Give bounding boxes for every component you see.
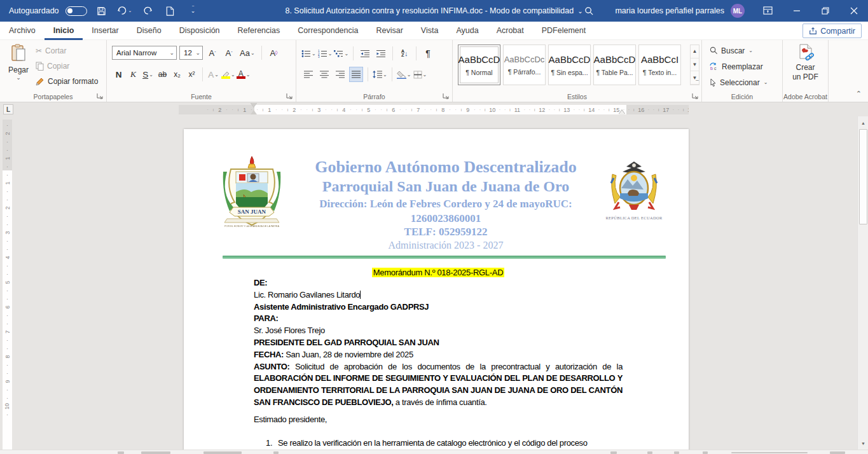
clear-formatting-button[interactable]: A◊ xyxy=(267,46,281,60)
align-right-button[interactable] xyxy=(333,67,347,82)
increase-indent-button[interactable] xyxy=(374,46,388,61)
numbered-list-button[interactable]: 123⌄ xyxy=(318,46,333,61)
scrollbar-thumb[interactable] xyxy=(859,129,867,224)
first-line-indent-marker[interactable] xyxy=(251,103,257,107)
copy-button[interactable]: Copiar xyxy=(36,60,98,72)
customize-qat-icon[interactable]: ⌄‾ xyxy=(185,3,202,19)
tab-vista[interactable]: Vista xyxy=(412,22,448,40)
format-painter-button[interactable]: Copiar formato xyxy=(36,76,98,87)
copy-icon xyxy=(36,62,44,71)
font-dialog-launcher[interactable] xyxy=(286,93,293,100)
tab-disposición[interactable]: Disposición xyxy=(170,22,229,40)
tab-diseño[interactable]: Diseño xyxy=(128,22,170,40)
style-card-1[interactable]: AaBbCcDc¶ Párrafo... xyxy=(503,45,546,85)
style-card-2[interactable]: AaBbCcD¶ Sin espa... xyxy=(548,45,591,85)
strikethrough-button[interactable]: ab xyxy=(156,67,169,82)
show-paragraph-marks-button[interactable]: ¶ xyxy=(421,46,435,61)
user-name[interactable]: maria lourdes peñafiel parrales xyxy=(615,6,724,15)
tab-ayuda[interactable]: Ayuda xyxy=(447,22,487,40)
justify-button[interactable] xyxy=(349,67,363,82)
font-name-combobox[interactable]: Arial Narrow⌄ xyxy=(112,46,177,60)
style-card-3[interactable]: AaBbCcD¶ Table Pa... xyxy=(593,45,636,85)
font-size-combobox[interactable]: 12⌄ xyxy=(179,46,203,60)
format-painter-icon xyxy=(36,77,45,86)
memo-body[interactable]: DE: Lic. Romario Gavilanes Litardo Asist… xyxy=(254,277,623,449)
tab-correspondencia[interactable]: Correspondencia xyxy=(289,22,367,40)
replace-button[interactable]: bc Reemplazar xyxy=(710,61,768,72)
undo-icon[interactable]: ⌄ xyxy=(116,3,133,19)
subscript-button[interactable]: x₂ xyxy=(170,67,184,82)
org-administration: Administración 2023 - 2027 xyxy=(289,240,602,251)
status-bar[interactable] xyxy=(0,450,868,454)
asunto-paragraph: ASUNTO: Solicitud de aprobación de los d… xyxy=(254,361,623,409)
tab-referencias[interactable]: Referencias xyxy=(229,22,289,40)
ecuador-coat-of-arms xyxy=(610,160,658,214)
group-paragraph: ⌄ 123⌄ ⌄ AZ↓ ¶ xyxy=(296,40,453,102)
document-page[interactable]: SAN JUAN POR EL HONOR Y LA GRANDEZA DE L… xyxy=(184,129,689,450)
tab-inicio[interactable]: Inicio xyxy=(45,22,83,40)
cut-button[interactable]: ✂ Cortar xyxy=(36,45,98,57)
styles-gallery-more-icon: ▼̲ xyxy=(691,71,699,85)
align-center-button[interactable] xyxy=(317,67,331,82)
tab-archivo[interactable]: Archivo xyxy=(0,22,45,40)
shrink-font-button[interactable]: Aˇ xyxy=(222,46,236,60)
search-icon[interactable] xyxy=(574,0,603,22)
scroll-up-icon[interactable]: ▲ xyxy=(858,118,868,128)
org-phone: TELF: 052959122 xyxy=(289,225,602,238)
ribbon-display-options-icon[interactable] xyxy=(754,0,782,22)
change-case-button[interactable]: Aa⌄ xyxy=(238,46,256,60)
line-spacing-button[interactable]: ⌄ xyxy=(373,67,387,82)
new-document-icon[interactable] xyxy=(162,3,179,19)
scroll-down-icon[interactable]: ▼ xyxy=(858,438,868,448)
font-color-button[interactable]: A⌄ xyxy=(237,67,251,82)
borders-button[interactable]: ⌄ xyxy=(413,67,427,82)
share-button[interactable]: Compartir xyxy=(803,24,862,38)
select-button[interactable]: Seleccionar⌄ xyxy=(710,77,768,88)
vertical-ruler[interactable]: ·2··1· ·1··2··3··4··5··6··7··8··9··10· xyxy=(3,120,12,450)
highlight-color-button[interactable]: ⌄ xyxy=(221,67,235,82)
multilevel-list-button[interactable]: ⌄ xyxy=(334,46,348,61)
collapse-ribbon-icon[interactable]: ⌃ xyxy=(856,90,862,98)
shading-button[interactable]: ⌄ xyxy=(397,67,411,82)
close-button[interactable] xyxy=(839,0,868,22)
style-card-4[interactable]: AaBbCcI¶ Texto in... xyxy=(638,45,681,85)
bullet-list-button[interactable]: ⌄ xyxy=(301,46,316,61)
clipboard-dialog-launcher[interactable] xyxy=(97,93,104,100)
right-indent-marker[interactable] xyxy=(619,110,625,114)
hanging-indent-marker[interactable] xyxy=(251,110,257,114)
tab-pdfelement[interactable]: PDFelement xyxy=(533,22,595,40)
style-card-0[interactable]: AaBbCcD¶ Normal xyxy=(458,45,500,85)
paste-button[interactable]: Pegar ⌄ xyxy=(5,44,32,90)
share-icon xyxy=(809,27,817,35)
tab-stop-selector[interactable]: L xyxy=(3,104,13,114)
text-effects-button[interactable]: A⌄ xyxy=(207,67,220,82)
org-address: Dirección: León de Febres Cordero y 24 d… xyxy=(289,197,602,211)
group-adobe-acrobat: Crear un PDF Adobe Acrobat xyxy=(783,40,829,102)
document-title[interactable]: 8. Solicitud Autorización contra y resol… xyxy=(285,0,582,22)
decrease-indent-button[interactable] xyxy=(358,46,372,61)
scissors-icon: ✂ xyxy=(36,46,42,55)
create-pdf-button[interactable]: Crear un PDF xyxy=(783,44,828,82)
italic-button[interactable]: K xyxy=(127,67,140,82)
autosave-toggle[interactable] xyxy=(65,6,87,16)
tab-acrobat[interactable]: Acrobat xyxy=(488,22,533,40)
grow-font-button[interactable]: Aˆ xyxy=(205,46,219,60)
avatar[interactable]: ML xyxy=(731,4,745,18)
styles-dialog-launcher[interactable] xyxy=(692,93,699,100)
save-icon[interactable] xyxy=(93,3,110,19)
paragraph-dialog-launcher[interactable] xyxy=(443,93,450,100)
sort-button[interactable]: AZ↓ xyxy=(397,46,411,61)
vertical-scrollbar[interactable]: ▲ ▼ xyxy=(857,116,868,450)
bold-button[interactable]: N xyxy=(112,67,125,82)
autosave-label: Autoguardado xyxy=(9,6,59,15)
restore-button[interactable] xyxy=(811,0,839,22)
minimize-button[interactable] xyxy=(782,0,811,22)
tab-insertar[interactable]: Insertar xyxy=(83,22,127,40)
redo-icon[interactable] xyxy=(139,3,156,19)
tab-revisar[interactable]: Revisar xyxy=(367,22,411,40)
styles-gallery-scroll[interactable]: ▲ ▼ ▼̲ xyxy=(690,45,699,85)
find-button[interactable]: Buscar⌄ xyxy=(710,45,768,56)
underline-button[interactable]: S⌄ xyxy=(141,67,155,82)
superscript-button[interactable]: x² xyxy=(185,67,198,82)
align-left-button[interactable] xyxy=(301,67,315,82)
